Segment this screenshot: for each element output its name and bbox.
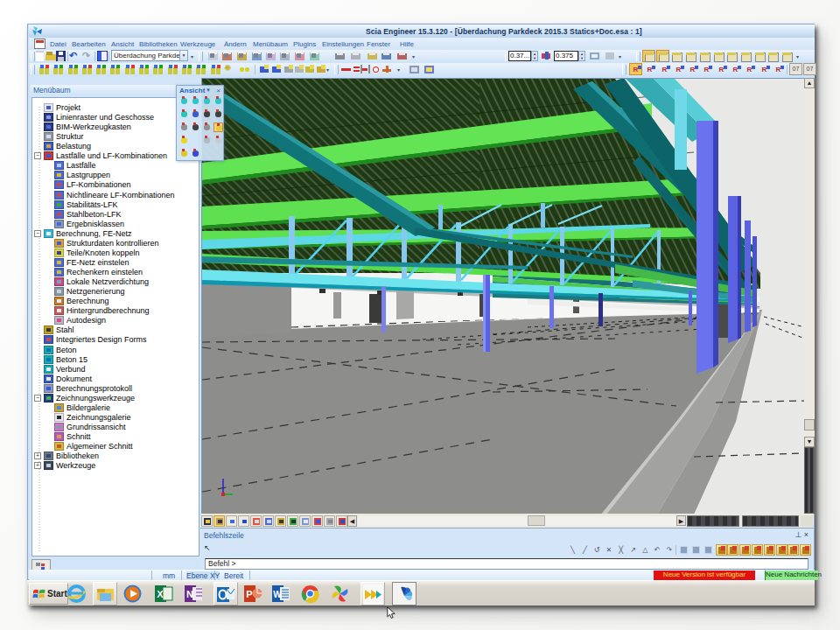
svg-text:N: N	[186, 589, 193, 599]
svg-text:X: X	[157, 589, 164, 599]
svg-text:P: P	[246, 589, 252, 599]
svg-text:W: W	[273, 590, 282, 599]
